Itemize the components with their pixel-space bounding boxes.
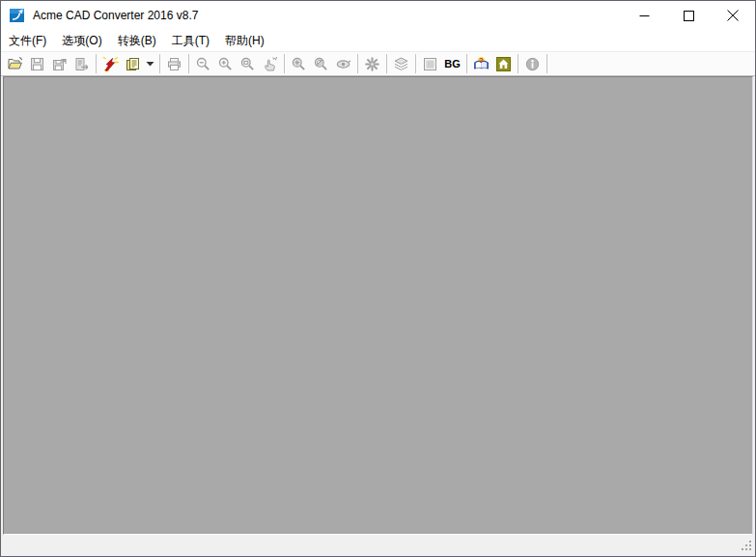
home-page-icon	[495, 56, 512, 72]
menu-bar: 文件(F)选项(O)转换(B)工具(T)帮助(H)	[1, 30, 755, 51]
zoom-extents-button[interactable]	[288, 53, 310, 74]
toolbar-separator	[466, 54, 467, 73]
background-image-icon	[422, 56, 438, 72]
drawing-canvas[interactable]	[3, 76, 753, 535]
toolbar-separator	[386, 54, 387, 73]
home-page-button[interactable]	[492, 53, 515, 74]
maximize-icon	[684, 11, 694, 21]
zoom-previous-icon	[313, 56, 329, 72]
zoom-previous-button[interactable]	[310, 53, 332, 74]
zoom-realtime-icon	[262, 56, 278, 72]
zoom-window-icon	[239, 56, 256, 72]
background-color-icon: BG	[444, 58, 461, 70]
zoom-out-button[interactable]	[192, 53, 214, 74]
menu-item-options[interactable]: 选项(O)	[54, 30, 109, 52]
svg-text:?: ?	[479, 56, 484, 65]
convert-files-button[interactable]	[122, 53, 144, 74]
about-info-button[interactable]	[521, 53, 544, 74]
print-icon	[166, 56, 182, 72]
convert-files-icon	[125, 56, 141, 72]
help-book-icon: ?	[473, 56, 490, 72]
zoom-in-button[interactable]	[214, 53, 237, 74]
zoom-in-icon	[217, 56, 234, 72]
resize-grip-icon[interactable]	[742, 541, 752, 553]
app-window: Acme CAD Converter 2016 v8.7 文件(F)选项(O)转…	[0, 0, 756, 557]
toolbar-separator	[188, 54, 189, 73]
export-page-icon	[73, 56, 90, 72]
save-as-icon	[51, 56, 68, 72]
background-image-button[interactable]	[419, 53, 441, 74]
open-file-icon	[7, 56, 23, 72]
menu-item-file[interactable]: 文件(F)	[1, 30, 54, 52]
background-color-button[interactable]: BG	[441, 53, 463, 74]
canvas-container	[1, 76, 755, 537]
toolbar: BG?	[1, 51, 755, 76]
toolbar-separator	[284, 54, 285, 73]
window-title: Acme CAD Converter 2016 v8.7	[33, 9, 198, 22]
acme-cad-logo-icon	[10, 8, 25, 23]
window-controls	[622, 1, 755, 30]
save-as-button[interactable]	[48, 53, 70, 74]
print-button[interactable]	[163, 53, 185, 74]
minimize-button[interactable]	[622, 1, 666, 30]
layers-button[interactable]	[390, 53, 412, 74]
menu-item-help[interactable]: 帮助(H)	[217, 30, 272, 52]
save-button[interactable]	[26, 53, 48, 74]
toolbar-separator	[546, 54, 547, 73]
menu-item-tools[interactable]: 工具(T)	[164, 30, 217, 52]
zoom-out-icon	[195, 56, 211, 72]
convert-files-dropdown-button[interactable]	[144, 53, 156, 74]
open-file-button[interactable]	[4, 53, 26, 74]
about-info-icon	[524, 56, 541, 72]
toolbar-separator	[357, 54, 358, 73]
batch-convert-button[interactable]	[99, 53, 122, 74]
toolbar-separator	[518, 54, 518, 73]
export-page-button[interactable]	[70, 53, 93, 74]
status-bar	[1, 537, 755, 556]
caret-down-icon	[146, 61, 154, 67]
minimize-icon	[639, 11, 650, 21]
zoom-realtime-button[interactable]	[259, 53, 281, 74]
toolbar-separator	[415, 54, 416, 73]
redraw-button[interactable]	[361, 53, 383, 74]
layers-icon	[393, 56, 409, 72]
maximize-button[interactable]	[666, 1, 711, 30]
save-icon	[29, 56, 45, 72]
batch-convert-icon	[102, 56, 119, 72]
help-book-button[interactable]: ?	[470, 53, 492, 74]
close-button[interactable]	[711, 1, 755, 30]
birds-eye-view-button[interactable]	[332, 53, 354, 74]
redraw-icon	[364, 56, 380, 72]
close-icon	[727, 10, 739, 21]
zoom-window-button[interactable]	[237, 53, 259, 74]
zoom-extents-icon	[291, 56, 307, 72]
birds-eye-view-icon	[335, 56, 351, 72]
toolbar-separator	[96, 54, 97, 73]
menu-item-convert[interactable]: 转换(B)	[110, 30, 164, 52]
toolbar-separator	[159, 54, 160, 73]
title-bar: Acme CAD Converter 2016 v8.7	[1, 1, 755, 30]
